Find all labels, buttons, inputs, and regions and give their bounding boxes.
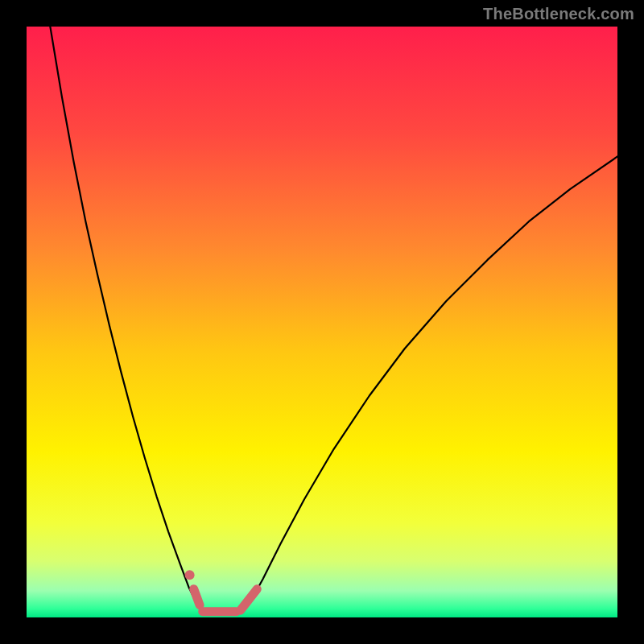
chart-frame: TheBottleneck.com: [0, 0, 644, 644]
chart-svg: [27, 27, 617, 617]
gradient-background: [27, 27, 617, 617]
valley-segments: [194, 589, 200, 605]
plot-area: [27, 27, 617, 617]
watermark-text: TheBottleneck.com: [483, 5, 634, 23]
valley-dot: [185, 570, 195, 580]
